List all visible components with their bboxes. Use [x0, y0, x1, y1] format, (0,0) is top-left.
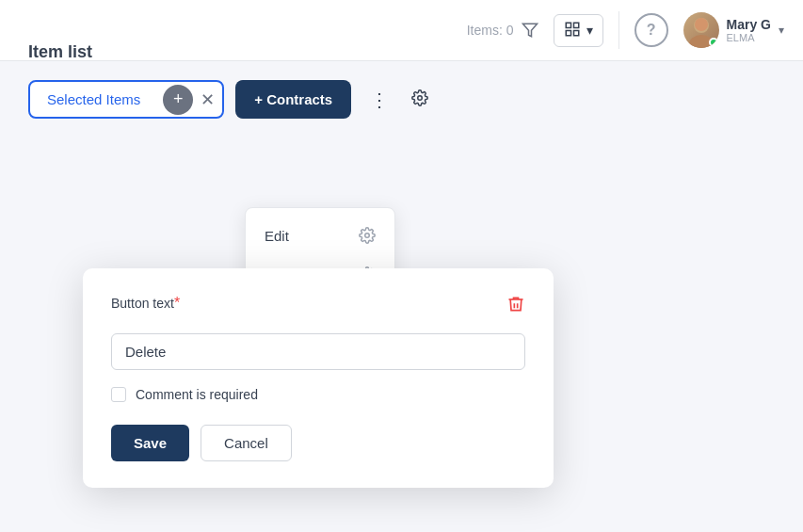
save-button[interactable]: Save	[111, 425, 189, 461]
user-role: ELMA	[727, 32, 771, 43]
required-marker: *	[174, 295, 180, 311]
edit-menu-item[interactable]: Edit	[246, 216, 394, 255]
svg-rect-4	[573, 30, 578, 35]
svg-point-9	[365, 234, 370, 238]
svg-rect-3	[566, 30, 570, 35]
settings-button[interactable]	[408, 84, 432, 116]
grid-icon	[564, 21, 581, 40]
svg-rect-1	[566, 23, 570, 27]
tab-close-button[interactable]: ✕	[199, 88, 217, 112]
selected-items-tab[interactable]: Selected Items + ✕	[28, 80, 224, 119]
svg-marker-0	[522, 24, 537, 37]
user-name: Mary G	[727, 17, 771, 32]
svg-rect-2	[573, 23, 578, 27]
avatar	[683, 12, 719, 48]
svg-point-7	[695, 18, 708, 31]
top-bar: Items: 0 ▾ ? Mary G	[0, 0, 803, 61]
chevron-down-icon: ▾	[586, 23, 593, 38]
item-list-label: Item list	[28, 42, 92, 62]
action-bar: Selected Items + ✕ + Contracts ⋮	[28, 80, 775, 119]
svg-point-8	[418, 95, 423, 100]
contracts-button[interactable]: + Contracts	[235, 80, 351, 119]
online-status	[709, 38, 718, 47]
comment-required-row: Comment is required	[111, 387, 525, 402]
vertical-divider	[618, 11, 619, 49]
modal-footer: Save Cancel	[111, 425, 525, 461]
cancel-button[interactable]: Cancel	[201, 425, 292, 461]
user-menu[interactable]: Mary G ELMA ▾	[683, 12, 784, 48]
tab-add-button[interactable]: +	[163, 85, 193, 115]
comment-required-label: Comment is required	[136, 387, 258, 402]
selected-items-label: Selected Items	[30, 82, 157, 117]
gear-icon	[411, 89, 428, 106]
modal-header: Button text*	[111, 295, 525, 318]
filter-icon[interactable]	[522, 22, 538, 39]
button-text-label: Button text	[111, 296, 174, 311]
user-chevron-icon: ▾	[779, 24, 784, 37]
button-text-input[interactable]	[111, 333, 525, 370]
items-count: Items: 0	[467, 22, 538, 39]
edit-gear-icon	[359, 227, 376, 244]
modal-card: Button text* Comment is required Save C	[83, 268, 554, 488]
comment-required-checkbox[interactable]	[111, 387, 126, 402]
three-dots-button[interactable]: ⋮	[362, 85, 396, 115]
help-button[interactable]: ?	[634, 13, 668, 47]
button-text-label-wrapper: Button text*	[111, 295, 180, 312]
trash-icon	[506, 295, 525, 314]
content-area: Selected Items + ✕ + Contracts ⋮ Edit	[0, 61, 803, 137]
view-toggle-button[interactable]: ▾	[554, 14, 603, 47]
modal-delete-button[interactable]	[506, 295, 525, 318]
